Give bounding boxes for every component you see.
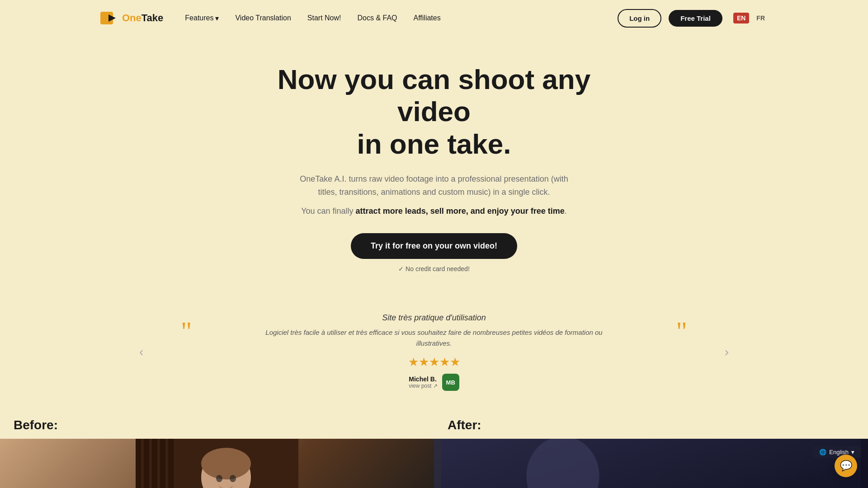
after-panel: After: 🌐 English ▾ xyxy=(434,418,868,488)
before-after-section: Before: Aft xyxy=(0,418,868,488)
quote-right-icon: " xyxy=(676,318,688,345)
before-video-graphic xyxy=(136,439,298,488)
before-panel: Before: xyxy=(0,418,434,488)
svg-rect-3 xyxy=(136,439,141,488)
testimonial-body: Logiciel très facile à utiliser et très … xyxy=(249,327,619,349)
carousel-prev-button[interactable]: ‹ xyxy=(136,341,147,363)
globe-icon: 🌐 xyxy=(819,449,826,455)
testimonial-stars: ★★★★★ xyxy=(199,355,669,369)
chat-bubble[interactable]: 💬 xyxy=(835,455,857,477)
navbar: OneTake Features ▾ Video Translation Sta… xyxy=(0,0,868,36)
testimonial-section: ‹ › " " Site très pratique d'utilisation… xyxy=(163,313,705,391)
after-badge: 🌐 English ▾ xyxy=(813,446,861,458)
svg-rect-6 xyxy=(160,439,165,488)
svg-point-11 xyxy=(216,475,222,482)
nav-video-translation[interactable]: Video Translation xyxy=(235,14,291,22)
logo-text: OneTake xyxy=(122,12,163,24)
nav-features[interactable]: Features ▾ xyxy=(185,14,219,23)
lang-switcher: EN FR xyxy=(733,13,769,23)
quote-left-icon: " xyxy=(181,318,192,345)
svg-rect-7 xyxy=(168,439,174,488)
nav-actions: Log in Free Trial EN FR xyxy=(618,9,769,28)
carousel-next-button[interactable]: › xyxy=(721,341,732,363)
chat-icon: 💬 xyxy=(840,460,852,472)
dropdown-icon: ▾ xyxy=(851,449,854,455)
reviewer-avatar: MB xyxy=(442,374,459,391)
lang-fr-button[interactable]: FR xyxy=(753,13,769,23)
hero-subtitle-1: OneTake A.I. turns raw video footage int… xyxy=(294,173,574,199)
svg-rect-4 xyxy=(144,439,149,488)
svg-point-10 xyxy=(201,448,251,479)
nav-affiliates[interactable]: Affiliates xyxy=(414,14,441,22)
login-button[interactable]: Log in xyxy=(618,9,661,28)
reviewer-link[interactable]: view post ↗ xyxy=(409,383,437,389)
lang-en-button[interactable]: EN xyxy=(733,13,749,23)
after-label: After: xyxy=(434,418,868,439)
testimonial-title: Site très pratique d'utilisation xyxy=(199,313,669,323)
nav-links: Features ▾ Video Translation Start Now! … xyxy=(185,14,618,23)
free-trial-button[interactable]: Free Trial xyxy=(669,10,722,27)
svg-rect-5 xyxy=(152,439,157,488)
svg-point-12 xyxy=(230,475,236,482)
before-video xyxy=(0,439,434,488)
logo-icon xyxy=(99,10,119,26)
chevron-down-icon: ▾ xyxy=(215,14,219,23)
nav-start-now[interactable]: Start Now! xyxy=(307,14,341,22)
reviewer-name: Michel B. xyxy=(409,375,437,383)
hero-title: Now you can shoot any video in one take. xyxy=(253,63,615,160)
hero-subtitle-2: You can finally attract more leads, sell… xyxy=(294,205,574,218)
hero-section: Now you can shoot any video in one take.… xyxy=(0,36,868,291)
logo[interactable]: OneTake xyxy=(99,10,163,26)
cta-button[interactable]: Try it for free on your own video! xyxy=(351,233,517,259)
no-credit-card-text: ✓ No credit card needed! xyxy=(9,265,859,272)
before-label: Before: xyxy=(0,418,434,439)
after-video-graphic xyxy=(441,439,861,488)
after-video: 🌐 English ▾ OneTake AI: Edit and Transla… xyxy=(434,439,868,488)
nav-docs-faq[interactable]: Docs & FAQ xyxy=(357,14,397,22)
reviewer-info: Michel B. view post ↗ MB xyxy=(199,374,669,391)
svg-rect-14 xyxy=(441,439,861,488)
